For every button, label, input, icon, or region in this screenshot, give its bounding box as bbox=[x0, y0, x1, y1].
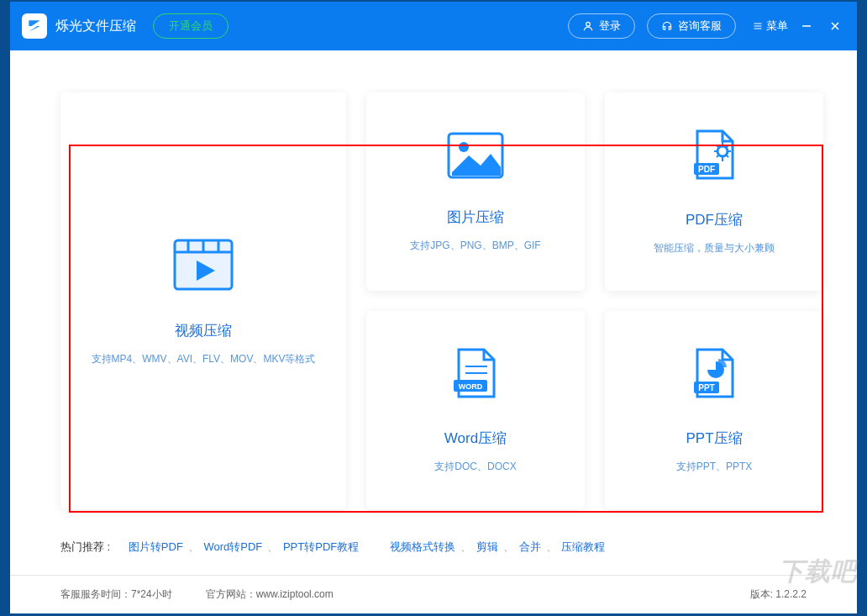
content-area: 视频压缩 支持MP4、WMV、AVI、FLV、MOV、MKV等格式 图片压缩 支… bbox=[10, 50, 857, 575]
recommend-label: 热门推荐 : bbox=[60, 540, 110, 553]
recommend-link[interactable]: Word转PDF bbox=[203, 540, 262, 553]
menu-button[interactable]: 菜单 bbox=[753, 18, 788, 34]
card-title: PPT压缩 bbox=[686, 429, 742, 448]
recommend-link[interactable]: 压缩教程 bbox=[561, 540, 605, 553]
app-logo-icon bbox=[22, 13, 47, 39]
close-button[interactable] bbox=[825, 16, 845, 36]
svg-text:PDF: PDF bbox=[698, 165, 715, 174]
service-time: 客服服务时间：7*24小时 bbox=[60, 587, 172, 602]
svg-text:WORD: WORD bbox=[459, 382, 483, 391]
support-button[interactable]: 咨询客服 bbox=[647, 13, 736, 39]
recommend-link[interactable]: 图片转PDF bbox=[129, 540, 183, 553]
card-pdf-compress[interactable]: PDF PDF压缩 智能压缩，质量与大小兼顾 bbox=[605, 92, 823, 291]
user-icon bbox=[582, 20, 594, 32]
card-title: Word压缩 bbox=[444, 429, 507, 448]
card-desc: 支持PPT、PPTX bbox=[676, 460, 753, 474]
card-title: PDF压缩 bbox=[686, 210, 743, 229]
recommend-link[interactable]: PPT转PDF教程 bbox=[283, 540, 359, 553]
card-desc: 支持JPG、PNG、BMP、GIF bbox=[410, 239, 540, 253]
feature-grid: 视频压缩 支持MP4、WMV、AVI、FLV、MOV、MKV等格式 图片压缩 支… bbox=[60, 92, 807, 509]
card-title: 视频压缩 bbox=[175, 321, 232, 340]
ppt-icon: PPT bbox=[691, 346, 738, 405]
card-ppt-compress[interactable]: PPT PPT压缩 支持PPT、PPTX bbox=[605, 311, 823, 509]
svg-point-0 bbox=[586, 22, 591, 26]
card-video-compress[interactable]: 视频压缩 支持MP4、WMV、AVI、FLV、MOV、MKV等格式 bbox=[60, 92, 346, 509]
vip-button[interactable]: 开通会员 bbox=[153, 13, 229, 39]
minimize-button[interactable] bbox=[796, 16, 817, 36]
headset-icon bbox=[661, 20, 673, 32]
version-label: 版本: 1.2.2.2 bbox=[750, 587, 807, 602]
recommend-link[interactable]: 合并 bbox=[519, 540, 541, 553]
card-desc: 智能压缩，质量与大小兼顾 bbox=[654, 241, 775, 255]
card-word-compress[interactable]: WORD Word压缩 支持DOC、DOCX bbox=[366, 311, 585, 509]
menu-icon bbox=[753, 21, 763, 31]
pdf-icon: PDF bbox=[691, 128, 738, 187]
official-website: 官方网站：www.iziptool.com bbox=[206, 587, 334, 602]
recommend-link[interactable]: 视频格式转换 bbox=[390, 540, 455, 553]
app-title: 烁光文件压缩 bbox=[55, 18, 136, 35]
card-title: 图片压缩 bbox=[447, 208, 504, 227]
support-label: 咨询客服 bbox=[678, 18, 722, 34]
recommend-bar: 热门推荐 : 图片转PDF、 Word转PDF、 PPT转PDF教程 视频格式转… bbox=[60, 540, 807, 555]
card-desc: 支持DOC、DOCX bbox=[434, 460, 516, 474]
video-icon bbox=[170, 235, 237, 297]
close-icon bbox=[830, 21, 840, 31]
recommend-link[interactable]: 剪辑 bbox=[476, 540, 498, 553]
login-button[interactable]: 登录 bbox=[568, 13, 635, 39]
titlebar: 烁光文件压缩 开通会员 登录 咨询客服 菜单 bbox=[10, 2, 857, 50]
login-label: 登录 bbox=[599, 18, 621, 34]
card-desc: 支持MP4、WMV、AVI、FLV、MOV、MKV等格式 bbox=[92, 352, 316, 366]
word-icon: WORD bbox=[452, 346, 499, 405]
svg-text:PPT: PPT bbox=[698, 383, 714, 392]
menu-label: 菜单 bbox=[766, 18, 788, 34]
svg-point-8 bbox=[459, 142, 469, 152]
app-window: 烁光文件压缩 开通会员 登录 咨询客服 菜单 bbox=[10, 2, 857, 613]
image-icon bbox=[445, 130, 506, 184]
footer: 客服服务时间：7*24小时 官方网站：www.iziptool.com 版本: … bbox=[10, 575, 857, 613]
card-image-compress[interactable]: 图片压缩 支持JPG、PNG、BMP、GIF bbox=[366, 92, 585, 291]
minimize-icon bbox=[801, 21, 812, 31]
